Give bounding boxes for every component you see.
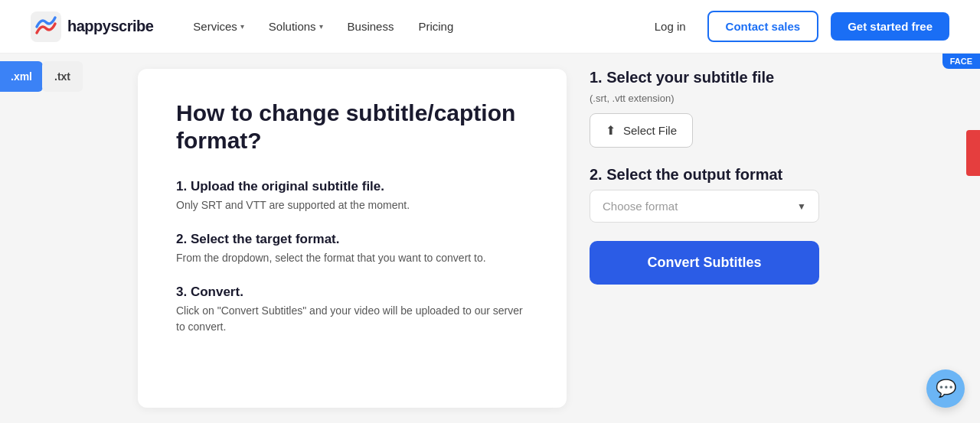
contact-sales-button[interactable]: Contact sales: [707, 11, 819, 42]
logo[interactable]: happyscribe: [31, 11, 153, 42]
logo-text: happyscribe: [67, 18, 153, 35]
format-dropdown[interactable]: Choose format ▼: [590, 190, 819, 223]
chevron-down-icon: ▾: [240, 22, 244, 31]
nav-links: Services ▾ Solutions ▾ Business Pricing: [184, 14, 645, 39]
logo-icon: [31, 11, 61, 42]
step-3: 3. Convert. Click on "Convert Subtitles"…: [176, 285, 528, 335]
step-3-heading: 3. Convert.: [176, 285, 528, 300]
instructions-panel: How to change subtitle/caption format? 1…: [138, 69, 567, 408]
page-title: How to change subtitle/caption format?: [176, 99, 528, 155]
main-content: .xml .txt How to change subtitle/caption…: [0, 54, 980, 423]
convert-subtitles-button[interactable]: Convert Subtitles: [590, 241, 819, 285]
step1-sub: (.srt, .vtt extension): [590, 93, 819, 104]
step1-label: 1. Select your subtitle file: [590, 69, 819, 86]
upload-icon: ⬆: [606, 123, 616, 138]
select-format-section: 2. Select the output format Choose forma…: [590, 166, 819, 223]
step-1: 1. Upload the original subtitle file. On…: [176, 179, 528, 213]
nav-right: Log in Contact sales Get started free: [645, 11, 949, 42]
select-file-section: 1. Select your subtitle file (.srt, .vtt…: [590, 69, 819, 148]
nav-business[interactable]: Business: [338, 14, 403, 39]
chevron-down-icon: ▼: [797, 201, 806, 212]
step-1-desc: Only SRT and VTT are supported at the mo…: [176, 197, 528, 213]
nav-services[interactable]: Services ▾: [184, 14, 253, 39]
select-file-button[interactable]: ⬆ Select File: [590, 113, 693, 148]
step2-label: 2. Select the output format: [590, 166, 819, 184]
nav-solutions[interactable]: Solutions ▾: [260, 14, 332, 39]
xml-badge: .xml: [0, 61, 43, 92]
nav-pricing[interactable]: Pricing: [409, 14, 462, 39]
step-2-heading: 2. Select the target format.: [176, 232, 528, 247]
get-started-button[interactable]: Get started free: [831, 12, 949, 41]
step-3-desc: Click on "Convert Subtitles" and your vi…: [176, 303, 528, 335]
txt-badge: .txt: [42, 61, 83, 92]
right-panel: 1. Select your subtitle file (.srt, .vtt…: [582, 54, 842, 423]
chat-icon: 💬: [936, 379, 956, 399]
chevron-down-icon: ▾: [319, 22, 323, 31]
right-edge-tab[interactable]: [966, 130, 980, 176]
login-button[interactable]: Log in: [645, 14, 695, 39]
step-1-heading: 1. Upload the original subtitle file.: [176, 179, 528, 194]
top-right-badge: FACE: [942, 54, 980, 69]
step-2: 2. Select the target format. From the dr…: [176, 232, 528, 266]
navbar: happyscribe Services ▾ Solutions ▾ Busin…: [0, 0, 980, 54]
chat-bubble-button[interactable]: 💬: [926, 369, 965, 408]
step-2-desc: From the dropdown, select the format tha…: [176, 250, 528, 266]
